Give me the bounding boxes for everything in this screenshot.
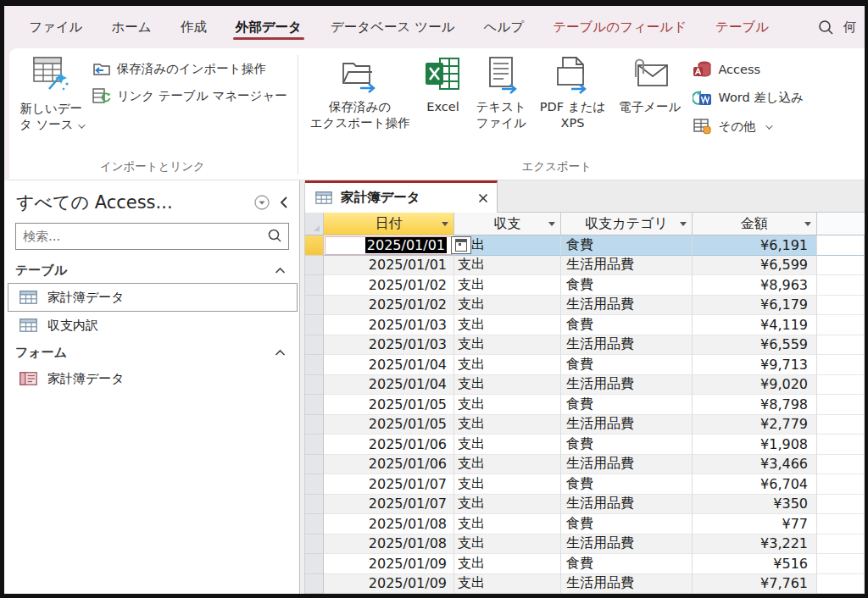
cell-type[interactable]: 支出 <box>454 375 561 396</box>
cell-blank[interactable] <box>817 235 865 256</box>
cell-type[interactable]: 支出 <box>454 474 561 495</box>
cell-date[interactable]: 2025/01/01 <box>324 235 454 256</box>
cell-blank[interactable] <box>817 256 865 276</box>
cell-category[interactable]: 食費 <box>561 474 693 495</box>
cell-category[interactable]: 生活用品費 <box>561 256 693 276</box>
search-input[interactable] <box>16 229 266 244</box>
tab-file[interactable]: ファイル <box>14 13 97 42</box>
tab-table[interactable]: テーブル <box>701 13 783 42</box>
tab-table-fields[interactable]: テーブルのフィールド <box>538 13 701 42</box>
cell-category[interactable]: 生活用品費 <box>561 574 693 595</box>
tab-home[interactable]: ホーム <box>97 13 165 42</box>
record-selector[interactable] <box>305 495 324 515</box>
nav-item-form-kakeibo[interactable]: 家計簿データ <box>4 365 299 392</box>
cell-amount[interactable]: ¥4,119 <box>693 315 817 335</box>
column-header-amount[interactable]: 金額 <box>693 213 817 235</box>
cell-date[interactable]: 2025/01/06 <box>324 455 454 475</box>
cell-blank[interactable] <box>817 355 865 375</box>
cell-blank[interactable] <box>817 574 865 595</box>
cell-blank[interactable] <box>817 395 865 415</box>
select-all-cell[interactable] <box>305 213 324 235</box>
export-email-button[interactable]: 電子メール <box>612 53 687 117</box>
nav-section-forms[interactable]: フォーム <box>4 339 299 365</box>
record-selector[interactable] <box>305 256 324 276</box>
cell-date[interactable]: 2025/01/09 <box>324 554 454 574</box>
cell-category[interactable]: 生活用品費 <box>561 335 693 356</box>
cell-type[interactable]: 支出 <box>454 495 561 515</box>
export-excel-button[interactable]: Excel <box>416 53 469 117</box>
record-selector[interactable] <box>305 275 324 296</box>
filter-dropdown-icon[interactable] <box>804 222 811 226</box>
cell-amount[interactable]: ¥6,559 <box>693 335 817 356</box>
export-more-button[interactable]: その他 <box>693 118 804 136</box>
record-selector[interactable] <box>305 415 324 435</box>
cell-amount[interactable]: ¥6,179 <box>693 296 817 316</box>
cell-blank[interactable] <box>817 554 865 574</box>
nav-item-table-shushi-uchiwake[interactable]: 収支内訳 <box>4 312 299 339</box>
cell-amount[interactable]: ¥3,466 <box>693 455 817 475</box>
cell-date[interactable]: 2025/01/07 <box>324 495 454 515</box>
cell-amount[interactable]: ¥6,599 <box>693 256 817 276</box>
export-pdf-xps-button[interactable]: PDF または XPS <box>533 53 612 133</box>
cell-date[interactable]: 2025/01/09 <box>324 574 454 595</box>
cell-category[interactable]: 食費 <box>561 355 693 375</box>
cell-blank[interactable] <box>817 296 865 316</box>
cell-blank[interactable] <box>817 474 865 495</box>
nav-search-box[interactable] <box>15 223 289 250</box>
nav-item-table-kakeibo[interactable]: 家計簿データ <box>8 283 298 312</box>
tell-me-search[interactable]: 何 <box>817 19 857 36</box>
cell-type[interactable]: 支出 <box>454 534 561 555</box>
column-header-date[interactable]: 日付 <box>324 213 454 235</box>
cell-date[interactable]: 2025/01/08 <box>324 514 454 534</box>
cell-blank[interactable] <box>817 495 865 515</box>
cell-amount[interactable]: ¥9,020 <box>693 375 817 396</box>
saved-exports-button[interactable]: 保存済みの エクスポート操作 <box>303 53 417 133</box>
record-selector[interactable] <box>305 554 324 574</box>
cell-amount[interactable]: ¥3,221 <box>693 534 817 555</box>
cell-blank[interactable] <box>817 455 865 475</box>
cell-date[interactable]: 2025/01/05 <box>324 395 454 415</box>
record-selector[interactable] <box>305 315 324 335</box>
cell-category[interactable]: 生活用品費 <box>561 296 693 316</box>
search-icon[interactable] <box>266 228 288 245</box>
column-header-type[interactable]: 収支 <box>454 213 561 235</box>
cell-category[interactable]: 食費 <box>561 275 693 296</box>
linked-table-manager-button[interactable]: リンク テーブル マネージャー <box>92 87 287 104</box>
saved-imports-button[interactable]: 保存済みのインポート操作 <box>92 60 287 77</box>
cell-category[interactable]: 食費 <box>561 435 693 455</box>
record-selector[interactable] <box>305 455 324 475</box>
cell-date[interactable]: 2025/01/08 <box>324 534 454 555</box>
cell-type[interactable]: 支出 <box>454 335 561 356</box>
cell-blank[interactable] <box>817 534 865 555</box>
cell-date[interactable]: 2025/01/07 <box>324 474 454 495</box>
cell-type[interactable]: 支出 <box>454 296 561 316</box>
cell-type[interactable]: 支出 <box>454 395 561 415</box>
filter-dropdown-icon[interactable] <box>548 222 555 226</box>
cell-category[interactable]: 生活用品費 <box>561 534 693 555</box>
date-picker-icon[interactable] <box>451 236 471 254</box>
record-selector[interactable] <box>305 514 324 534</box>
cell-blank[interactable] <box>817 435 865 455</box>
cell-date[interactable]: 2025/01/04 <box>324 375 454 396</box>
cell-blank[interactable] <box>817 415 865 435</box>
record-selector[interactable] <box>305 574 324 595</box>
cell-type[interactable]: 支出 <box>454 554 561 574</box>
cell-category[interactable]: 食費 <box>561 514 693 534</box>
cell-amount[interactable]: ¥8,798 <box>693 395 817 415</box>
cell-amount[interactable]: ¥1,908 <box>693 435 817 455</box>
record-selector[interactable] <box>305 534 324 555</box>
cell-amount[interactable]: ¥8,963 <box>693 275 817 296</box>
cell-date[interactable]: 2025/01/03 <box>324 335 454 356</box>
close-icon[interactable] <box>478 193 488 203</box>
tab-create[interactable]: 作成 <box>166 13 221 42</box>
cell-date[interactable]: 2025/01/02 <box>324 275 454 296</box>
cell-blank[interactable] <box>817 335 865 356</box>
cell-amount[interactable]: ¥77 <box>693 514 817 534</box>
record-selector[interactable] <box>305 474 324 495</box>
cell-blank[interactable] <box>817 315 865 335</box>
cell-type[interactable]: 支出 <box>454 514 561 534</box>
cell-amount[interactable]: ¥350 <box>693 495 817 515</box>
filter-dropdown-icon[interactable] <box>442 222 448 226</box>
record-selector[interactable] <box>305 235 324 256</box>
cell-type[interactable]: 支出 <box>454 435 561 455</box>
